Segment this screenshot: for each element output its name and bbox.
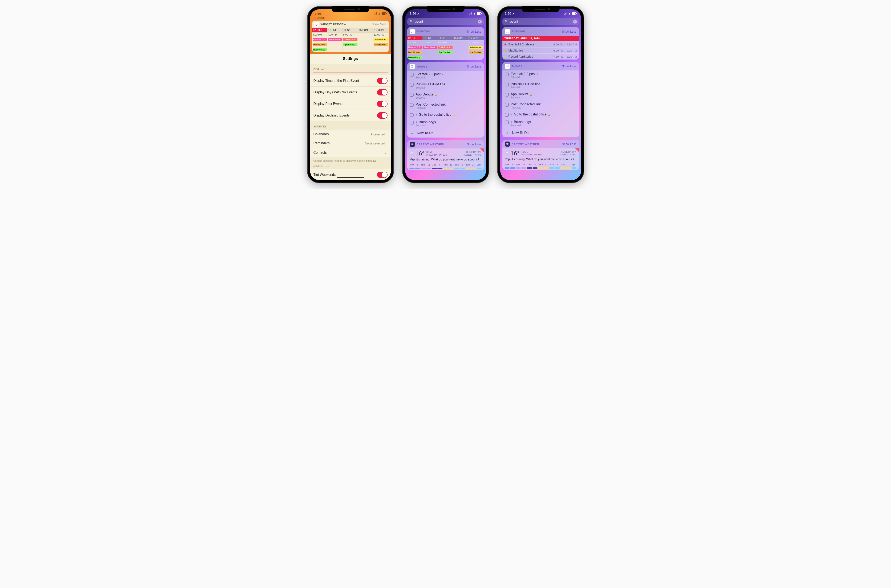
things-sublabel: Podcasts — [416, 106, 446, 110]
carrot-widget: 👁 CARROT WEATHER Show Less 🌧️ 16° ROMEPR… — [407, 140, 484, 170]
moon-icon: ☾ — [511, 113, 513, 116]
checkbox[interactable] — [505, 113, 509, 117]
new-todo-button[interactable]: ＋New To-Do — [502, 129, 579, 137]
calendar-color-dot — [505, 44, 506, 45]
temperature: 16° — [511, 150, 520, 157]
wifi-icon: ▲ — [378, 12, 380, 15]
show-less-button[interactable]: Show Less — [562, 142, 576, 146]
calendar-color-dot — [505, 50, 506, 51]
switch-empty-days[interactable] — [377, 89, 388, 96]
seg-6days[interactable]: 6 Days — [358, 73, 373, 73]
widget-preview-card: ◡ WIDGET PREVIEW Show More 12 THU 13 FRI… — [312, 21, 389, 52]
agenda-item[interactable]: Eventail 2.2 release4:00 PM – 4:30 PM — [502, 41, 579, 47]
notch — [522, 6, 560, 12]
things-item[interactable]: Publish 11 iPad tips Editorial — [407, 81, 484, 91]
spotlight-search[interactable]: 🔍 event ✕ — [407, 18, 484, 25]
checkbox[interactable] — [505, 72, 509, 76]
things-item[interactable]: ☾Brush dogs Personal — [407, 118, 484, 129]
location-icon: ↗ — [512, 12, 515, 15]
checkbox[interactable] — [410, 121, 414, 124]
things-widget: ☑︎ THINGS Show Less Eventail 2.2 post 🗎E… — [502, 62, 579, 137]
switch-past[interactable] — [377, 101, 388, 107]
agenda-item[interactable]: MacStories6:00 PM – 9:00 PM — [502, 47, 579, 53]
search-text[interactable]: event — [510, 20, 573, 24]
things-item[interactable]: App Debuts 🔔Sections — [407, 91, 484, 101]
weather-icon: 🌧️ — [410, 152, 413, 155]
checkbox[interactable] — [505, 93, 509, 96]
seg-3days[interactable]: 3 Days — [313, 73, 328, 73]
checkbox[interactable] — [410, 103, 414, 107]
wifi-icon: ▲ — [473, 12, 476, 15]
agenda-date-header: THURSDAY, APRIL 12, 2018 — [502, 36, 579, 41]
row-display-past: Display Past Events — [310, 98, 391, 110]
home-indicator[interactable] — [337, 177, 364, 178]
things-item[interactable]: ☾Go to the postal office 🔔 — [502, 111, 579, 118]
switch-declined[interactable] — [377, 112, 388, 118]
seg-4days[interactable]: 4 Days — [328, 73, 343, 73]
clear-search-icon[interactable]: ✕ — [573, 20, 577, 24]
row-reminders[interactable]: RemindersNone selected› — [310, 139, 391, 148]
things-sublabel: Personal — [511, 124, 531, 127]
carrot-message: Yep, it's raining. What do you want me t… — [407, 157, 484, 163]
new-todo-button[interactable]: ＋New To-Do — [407, 129, 484, 138]
checkbox[interactable] — [505, 120, 509, 124]
show-less-button[interactable]: Show Less — [467, 65, 481, 68]
status-right: ▲ — [374, 12, 386, 15]
things-app-icon: ☑︎ — [410, 64, 415, 69]
notch — [332, 6, 370, 12]
settings-panel: Settings DISPLAY 3 Days 4 Days 5 Days 6 … — [310, 54, 391, 180]
switch-tint[interactable] — [377, 172, 388, 178]
search-icon: 🔍 — [505, 20, 509, 24]
seg-5days[interactable]: 5 Days — [343, 73, 358, 73]
row-contacts[interactable]: Contacts✓ — [310, 148, 391, 158]
things-item[interactable]: Eventail 2.2 post 🗎Editorial — [407, 70, 484, 81]
hourly-labels: Now58pm112am58am112pm58pm112pm — [407, 163, 484, 168]
show-less-button[interactable]: Show Less — [562, 64, 576, 68]
switch-first-time[interactable] — [377, 78, 388, 84]
things-item[interactable]: Eventail 2.2 post 🗎Editorial — [502, 70, 579, 81]
weather-icon: 🌧️ — [505, 152, 508, 155]
checkbox[interactable] — [505, 82, 509, 86]
things-item[interactable]: Publish 11 iPad tips Editorial — [502, 81, 579, 91]
battery-icon — [477, 12, 481, 15]
show-less-button[interactable]: Show Less — [467, 30, 481, 33]
search-icon: 🔍 — [409, 20, 414, 24]
things-item[interactable]: Post Connected link Podcasts — [407, 101, 484, 111]
checkbox[interactable] — [410, 93, 414, 97]
location-icon: ↗ — [417, 12, 420, 15]
hourly-dots — [407, 168, 484, 170]
checkbox[interactable] — [410, 73, 414, 76]
things-item[interactable]: ☾Go to the postal office 🔔 — [407, 111, 484, 118]
corner-flag-icon — [480, 148, 484, 152]
checkbox[interactable] — [505, 103, 509, 106]
back-to-search[interactable]: ◂ Search — [310, 16, 391, 20]
hourly-dots — [502, 167, 579, 170]
days-segmented-control[interactable]: 3 Days 4 Days 5 Days 6 Days 7 Days — [313, 72, 388, 73]
eventail-widget: ◡ EVENTAIL Show Less 12 THU 13 FRI 14 SA… — [407, 27, 484, 60]
signal-icon — [374, 12, 377, 15]
bell-icon: 🔔 — [547, 113, 550, 116]
checkbox[interactable] — [410, 113, 414, 117]
wifi-icon: ▲ — [568, 12, 571, 15]
agenda-item[interactable]: Record AppStories7:30 PM – 8:00 PM — [502, 53, 579, 60]
show-less-button[interactable]: Show Less — [562, 30, 576, 33]
show-more-button[interactable]: Show More — [372, 22, 387, 26]
checkbox[interactable] — [410, 83, 414, 87]
things-widget: ☑︎ THINGS Show Less Eventail 2.2 post 🗎E… — [407, 62, 484, 138]
things-item[interactable]: App Debuts 🔔Sections — [502, 91, 579, 101]
bell-icon: 🔔 — [452, 114, 455, 116]
bell-icon: 🔔 — [434, 93, 437, 96]
spotlight-search[interactable]: 🔍 event ✕ — [502, 18, 579, 25]
things-app-icon: ☑︎ — [505, 64, 510, 69]
show-less-button[interactable]: Show Less — [467, 142, 481, 146]
things-item[interactable]: ☾Brush dogs Personal — [502, 118, 579, 129]
things-item[interactable]: Post Connected link Podcasts — [502, 101, 579, 111]
battery-icon — [572, 12, 577, 15]
seg-7days[interactable]: 7 Days — [373, 73, 388, 73]
things-sublabel: Sections — [416, 96, 437, 99]
row-display-first-time: Display Time of the First Event — [310, 75, 391, 87]
phone-1: 2:50 ▲ ◂ Search ◡ WIDGET PREVIEW Show Mo… — [307, 6, 394, 183]
clear-search-icon[interactable]: ✕ — [478, 20, 482, 24]
row-calendars[interactable]: Calendars9 selected› — [310, 130, 391, 139]
search-text[interactable]: event — [415, 20, 478, 24]
